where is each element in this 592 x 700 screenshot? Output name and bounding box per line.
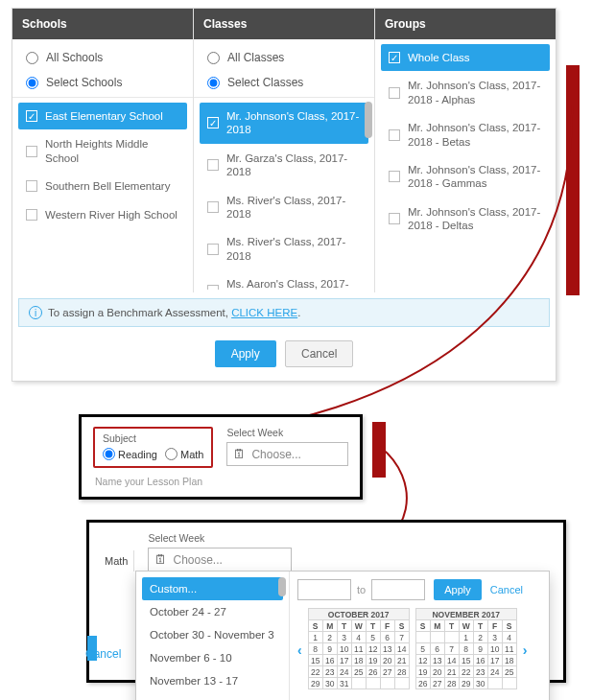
schools-all-radio[interactable]: All Schools [16,45,189,70]
school-item-label: Southern Bell Elementary [45,179,179,193]
group-item-label: Mr. Johnson's Class, 2017-2018 - Betas [408,121,542,149]
subject-label: Subject [103,432,203,444]
class-item[interactable]: Ms. Aaron's Class, 2017-2018 [200,270,368,290]
subject-math-label: Math [180,449,203,460]
radio-icon[interactable] [207,52,220,64]
week-preset-item[interactable]: October 24 - 27 [142,600,283,623]
school-item[interactable]: ✓East Elementary School [18,103,187,129]
class-item-label: Mr. Johnson's Class, 2017-2018 [226,109,361,137]
classes-list: ✓Mr. Johnson's Class, 2017-2018Mr. Garza… [194,98,374,290]
callout-bar-1 [566,65,580,295]
classes-radio-block: All Classes Select Classes [194,39,374,98]
schools-select-label: Select Schools [46,76,122,89]
checkbox-icon [207,244,219,255]
schools-column: Schools All Schools Select Schools ✓East… [12,9,194,292]
info-icon: i [29,306,42,319]
week-preset-item[interactable]: Custom... [142,577,283,600]
checkbox-icon: ✓ [389,52,400,63]
group-item[interactable]: ✓Whole Class [381,44,550,71]
week-label: Select Week [226,427,348,438]
p3-week-select[interactable]: 🗓 Choose... [148,548,292,572]
calendar-icon: 🗓 [154,552,167,567]
checkbox-icon: ✓ [26,110,37,122]
calendar-right[interactable]: NOVEMBER 2017SMTWTFS12345678910111213141… [415,608,517,689]
subject-reading-radio[interactable]: Reading [103,448,157,460]
subject-math-radio[interactable]: Math [165,448,203,460]
range-to-input[interactable] [371,579,425,600]
class-item[interactable]: Ms. River's Class, 2017-2018 [200,187,368,228]
week-picker-panel: Math Select Week 🗓 Choose... Cancel Cust… [86,520,566,683]
classes-select-label: Select Classes [227,76,303,89]
schools-select-radio[interactable]: Select Schools [16,70,189,95]
checkbox-icon [207,159,219,171]
class-item[interactable]: Mr. Garza's Class, 2017-2018 [200,145,368,186]
classes-header: Classes [194,9,374,39]
range-cancel-link[interactable]: Cancel [490,584,523,595]
custom-range-pane: to Apply Cancel ‹ OCTOBER 2017SMTWTFS123… [290,572,549,700]
group-item-label: Mr. Johnson's Class, 2017-2018 - Deltas [408,205,542,233]
scrollbar-thumb[interactable] [365,102,372,138]
class-item-label: Mr. Garza's Class, 2017-2018 [226,152,361,179]
checkbox-icon [207,201,219,213]
week-preset-item[interactable]: October 30 - November 3 [142,623,283,646]
school-item[interactable]: Southern Bell Elementary [18,173,187,199]
classes-column: Classes All Classes Select Classes ✓Mr. … [194,9,375,292]
apply-button[interactable]: Apply [215,340,276,367]
subject-tab-math[interactable]: Math [99,550,134,572]
filter-columns: Schools All Schools Select Schools ✓East… [12,9,556,292]
info-text-prefix: To assign a Benchmark Assessment, [48,307,231,318]
group-item[interactable]: Mr. Johnson's Class, 2017-2018 - Betas [381,114,550,155]
class-item[interactable]: Ms. River's Class, 2017-2018 [200,228,368,269]
schools-header: Schools [12,9,193,39]
classes-select-radio[interactable]: Select Classes [198,70,370,95]
next-month-icon[interactable]: › [523,608,528,658]
group-item[interactable]: Mr. Johnson's Class, 2017-2018 - Gammas [381,156,550,198]
range-to-label: to [357,584,366,595]
week-dropdown: Custom...October 24 - 27October 30 - Nov… [135,571,550,700]
calendar-left[interactable]: OCTOBER 2017SMTWTFS123456789101112131415… [308,608,410,689]
checkbox-icon [389,213,400,224]
week-preset-item[interactable]: November 20 - 24 [142,692,283,700]
checkbox-icon [389,87,400,99]
group-item-label: Whole Class [408,51,542,64]
checkbox-icon [26,180,37,192]
week-preset-item[interactable]: November 13 - 17 [142,669,283,692]
week-select[interactable]: 🗓 Choose... [226,442,348,466]
calendar-icon: 🗓 [233,447,246,461]
schools-all-label: All Schools [46,51,103,64]
p3-cancel-link[interactable]: Cancel [78,642,129,666]
group-item[interactable]: Mr. Johnson's Class, 2017-2018 - Alphas [381,72,550,113]
radio-icon[interactable] [26,52,38,64]
group-item-label: Mr. Johnson's Class, 2017-2018 - Alphas [408,79,542,106]
panel1-buttons: Apply Cancel [12,335,556,381]
checkbox-icon [26,146,37,157]
radio-icon[interactable] [26,77,38,89]
school-item[interactable]: Western River High School [18,201,187,228]
info-text: To assign a Benchmark Assessment, CLICK … [48,307,300,318]
prev-month-icon[interactable]: ‹ [297,608,302,658]
week-preset-item[interactable]: November 6 - 10 [142,646,283,669]
school-item[interactable]: North Heights Middle School [18,130,187,172]
class-item-label: Ms. Aaron's Class, 2017-2018 [226,277,361,290]
radio-icon[interactable] [207,77,220,89]
schools-list-container: ✓East Elementary SchoolNorth Heights Mid… [12,98,193,290]
checkbox-icon [389,171,400,182]
groups-list-container: ✓Whole ClassMr. Johnson's Class, 2017-20… [375,39,556,292]
groups-header: Groups [375,9,556,39]
week-box: Select Week 🗓 Choose... [226,427,348,466]
classes-all-radio[interactable]: All Classes [198,45,370,70]
class-item-label: Ms. River's Class, 2017-2018 [226,235,361,263]
date-range-row: to Apply Cancel [297,579,541,600]
schools-radio-block: All Schools Select Schools [12,39,193,98]
scrollbar-thumb[interactable] [278,577,286,596]
group-item[interactable]: Mr. Johnson's Class, 2017-2018 - Deltas [381,198,550,240]
range-apply-button[interactable]: Apply [434,579,482,600]
info-link[interactable]: CLICK HERE [231,307,297,318]
class-item[interactable]: ✓Mr. Johnson's Class, 2017-2018 [200,103,368,144]
classes-all-label: All Classes [227,51,284,64]
radio-icon[interactable] [103,448,115,460]
info-strip: i To assign a Benchmark Assessment, CLIC… [18,298,550,327]
range-from-input[interactable] [297,579,351,600]
cancel-button[interactable]: Cancel [285,340,353,367]
radio-icon[interactable] [165,448,178,460]
